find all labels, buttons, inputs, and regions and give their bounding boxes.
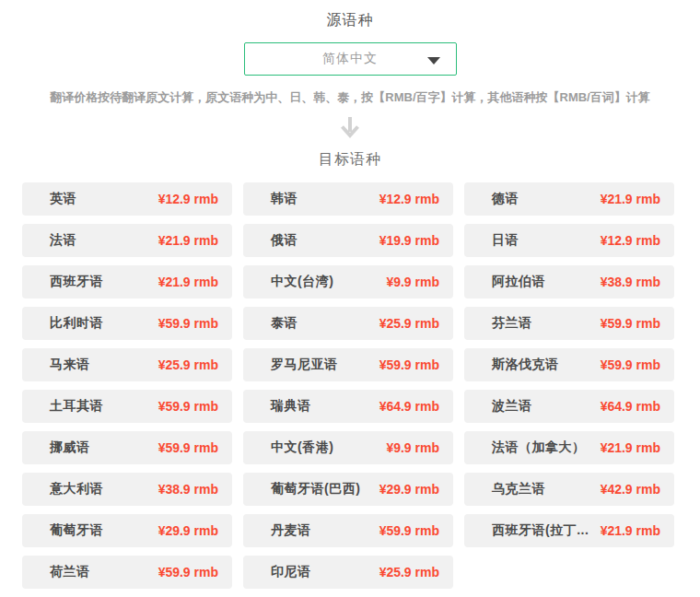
language-name: 罗马尼亚语 [271,357,338,373]
language-card[interactable]: 泰语 ¥25.9 rmb [243,307,453,340]
language-card[interactable]: 乌克兰语 ¥42.9 rmb [464,473,674,506]
language-price: ¥9.9 rmb [386,440,439,455]
language-name: 意大利语 [50,481,103,498]
language-card[interactable]: 葡萄牙语(巴西) ¥29.9 rmb [243,473,453,506]
language-name: 日语 [492,232,519,249]
language-price: ¥25.9 rmb [379,316,439,331]
language-price: ¥12.9 rmb [158,192,218,206]
language-price: ¥64.9 rmb [379,399,439,414]
language-price: ¥25.9 rmb [379,565,439,579]
language-name: 英语 [50,191,76,207]
language-name: 乌克兰语 [492,481,545,498]
language-name: 挪威语 [50,439,90,456]
language-card[interactable]: 西班牙语(拉丁... ¥21.9 rmb [464,514,674,547]
language-name: 荷兰语 [50,564,90,580]
language-price: ¥59.9 rmb [158,440,218,455]
source-language-dropdown-wrap: 简体中文 [0,42,700,76]
language-name: 印尼语 [271,564,311,580]
language-price: ¥25.9 rmb [158,357,218,372]
language-price: ¥59.9 rmb [601,316,660,331]
language-name: 葡萄牙语(巴西) [271,481,360,498]
language-card[interactable]: 瑞典语 ¥64.9 rmb [243,390,453,423]
language-card[interactable]: 韩语 ¥12.9 rmb [243,182,453,216]
language-card[interactable]: 日语 ¥12.9 rmb [464,224,674,257]
language-price: ¥59.9 rmb [379,357,439,372]
language-card[interactable]: 法语 ¥21.9 rmb [22,224,232,257]
language-card[interactable]: 中文(香港) ¥9.9 rmb [243,431,453,464]
language-card[interactable]: 葡萄牙语 ¥29.9 rmb [22,514,232,547]
source-language-selected-value: 简体中文 [322,51,378,67]
language-card[interactable]: 印尼语 ¥25.9 rmb [243,556,453,589]
language-name: 葡萄牙语 [50,522,103,539]
translation-pricing-page: 源语种 简体中文 翻译价格按待翻译原文计算，原文语种为中、日、韩、泰，按【RMB… [0,0,700,589]
pricing-note: 翻译价格按待翻译原文计算，原文语种为中、日、韩、泰，按【RMB/百字】计算，其他… [0,89,700,106]
language-price: ¥21.9 rmb [601,440,660,455]
language-name: 丹麦语 [271,522,311,539]
language-name: 中文(台湾) [271,274,333,290]
language-price: ¥59.9 rmb [601,357,660,372]
language-card[interactable]: 挪威语 ¥59.9 rmb [22,431,232,464]
language-card[interactable]: 西班牙语 ¥21.9 rmb [22,265,232,298]
language-price: ¥21.9 rmb [158,275,218,289]
language-card[interactable]: 荷兰语 ¥59.9 rmb [22,556,232,589]
language-card[interactable]: 英语 ¥12.9 rmb [22,182,232,216]
language-price: ¥21.9 rmb [601,192,660,206]
language-price: ¥64.9 rmb [601,399,660,414]
language-price: ¥59.9 rmb [158,399,218,414]
language-price: ¥29.9 rmb [158,523,218,538]
language-name: 比利时语 [50,315,103,332]
source-language-dropdown[interactable]: 简体中文 [244,42,457,76]
language-price: ¥21.9 rmb [158,233,218,248]
language-name: 俄语 [271,232,298,249]
language-card[interactable]: 比利时语 ¥59.9 rmb [22,307,232,340]
language-name: 阿拉伯语 [492,274,545,290]
language-card[interactable]: 罗马尼亚语 ¥59.9 rmb [243,348,453,381]
language-name: 法语（加拿大） [492,439,586,456]
target-language-grid: 英语 ¥12.9 rmb 韩语 ¥12.9 rmb 德语 ¥21.9 rmb 法… [22,182,674,589]
language-card[interactable]: 阿拉伯语 ¥38.9 rmb [464,265,674,298]
language-card[interactable]: 法语（加拿大） ¥21.9 rmb [464,431,674,464]
language-card[interactable]: 俄语 ¥19.9 rmb [243,224,453,257]
language-name: 法语 [50,232,76,249]
language-card[interactable]: 芬兰语 ¥59.9 rmb [464,307,674,340]
language-name: 芬兰语 [492,315,532,332]
language-name: 斯洛伐克语 [492,357,559,373]
language-price: ¥59.9 rmb [379,523,439,538]
language-name: 西班牙语 [50,274,103,290]
language-name: 瑞典语 [271,398,311,415]
language-price: ¥38.9 rmb [158,482,218,497]
language-price: ¥12.9 rmb [379,192,439,206]
flow-arrow-wrap [0,115,700,139]
language-name: 西班牙语(拉丁... [492,522,589,539]
caret-down-icon [427,57,440,64]
language-name: 韩语 [271,191,298,207]
language-price: ¥29.9 rmb [379,482,439,497]
language-card[interactable]: 斯洛伐克语 ¥59.9 rmb [464,348,674,381]
language-name: 德语 [492,191,519,207]
language-price: ¥9.9 rmb [386,275,439,289]
language-card[interactable]: 丹麦语 ¥59.9 rmb [243,514,453,547]
language-card[interactable]: 土耳其语 ¥59.9 rmb [22,390,232,423]
language-price: ¥42.9 rmb [601,482,660,497]
language-name: 马来语 [50,357,90,373]
language-price: ¥21.9 rmb [601,523,660,538]
language-card[interactable]: 马来语 ¥25.9 rmb [22,348,232,381]
target-language-title: 目标语种 [0,150,700,170]
language-name: 泰语 [271,315,298,332]
language-price: ¥19.9 rmb [379,233,439,248]
language-price: ¥59.9 rmb [158,316,218,331]
language-price: ¥12.9 rmb [601,233,660,248]
language-name: 土耳其语 [50,398,103,415]
language-card[interactable]: 中文(台湾) ¥9.9 rmb [243,265,453,298]
language-card[interactable]: 德语 ¥21.9 rmb [464,182,674,216]
language-name: 中文(香港) [271,439,333,456]
language-card[interactable]: 意大利语 ¥38.9 rmb [22,473,232,506]
language-name: 波兰语 [492,398,532,415]
language-card[interactable]: 波兰语 ¥64.9 rmb [464,390,674,423]
arrow-down-icon [338,115,362,139]
source-language-title: 源语种 [0,11,700,30]
language-price: ¥59.9 rmb [158,565,218,579]
language-price: ¥38.9 rmb [601,275,660,289]
